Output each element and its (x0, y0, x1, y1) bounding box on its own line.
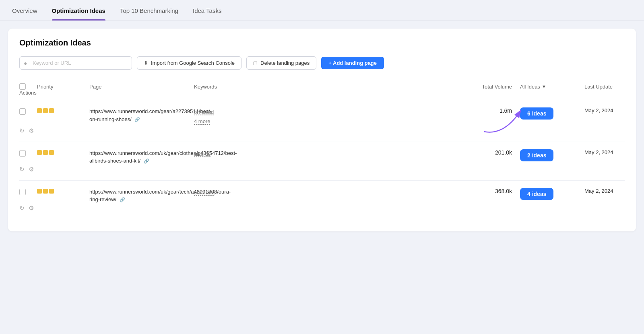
row3-priority (37, 189, 54, 194)
keyword-link[interactable]: allbirds (194, 151, 211, 157)
row1-keywords: on cloud 4 more (194, 107, 456, 126)
priority-bar (49, 189, 54, 194)
tab-idea-tasks[interactable]: Idea Tasks (193, 0, 221, 20)
row3-actions: ↻ ⚙ (19, 204, 37, 212)
table-row: https://www.runnersworld.com/gear/a22739… (19, 100, 625, 142)
row2-volume: 201.0k (456, 149, 520, 156)
row2-priority (37, 150, 54, 155)
row3-ideas-badge[interactable]: 4 ideas (520, 188, 553, 200)
toolbar: ●︎ ⇓ Import from Google Search Console ◻… (19, 56, 625, 70)
row2-keywords: allbirds (194, 149, 456, 159)
main-card: Optimization Ideas ●︎ ⇓ Import from Goog… (8, 29, 636, 231)
search-wrap: ●︎ (19, 56, 132, 70)
delete-button[interactable]: ◻ Delete landing pages (246, 56, 316, 70)
refresh-icon[interactable]: ↻ (19, 204, 25, 212)
external-link-icon[interactable]: 🔗 (134, 116, 140, 123)
select-all-checkbox[interactable] (19, 83, 26, 90)
row2-ideas-cell: 2 ideas (520, 149, 584, 161)
import-icon: ⇓ (144, 60, 148, 66)
import-button[interactable]: ⇓ Import from Google Search Console (137, 56, 242, 70)
row3-volume: 368.0k (456, 188, 520, 194)
row1-last-update: May 2, 2024 (584, 107, 625, 113)
refresh-icon[interactable]: ↻ (19, 127, 25, 134)
priority-bar (37, 150, 42, 155)
external-link-icon[interactable]: 🔗 (144, 158, 149, 165)
priority-bar (49, 108, 54, 113)
priority-bar (37, 189, 42, 194)
add-landing-page-button[interactable]: + Add landing page (321, 57, 384, 69)
settings-icon[interactable]: ⚙ (29, 204, 34, 212)
delete-label: Delete landing pages (260, 60, 310, 66)
row1-checkbox[interactable] (19, 108, 26, 115)
row1-ideas-badge[interactable]: 6 ideas (520, 107, 553, 120)
search-icon: ●︎ (24, 60, 27, 66)
row2-page: https://www.runnersworld.com/uk/gear/clo… (89, 149, 194, 165)
priority-bar (43, 150, 48, 155)
row1-actions: ↻ ⚙ (19, 126, 37, 134)
header-page: Page (89, 84, 194, 90)
external-link-icon[interactable]: 🔗 (120, 196, 125, 203)
row2-ideas-badge[interactable]: 2 ideas (520, 149, 553, 161)
top-navigation: Overview Optimization Ideas Top 10 Bench… (0, 0, 644, 21)
header-total-volume: Total Volume (456, 84, 520, 90)
header-keywords: Keywords (194, 84, 456, 90)
row3-ideas-cell: 4 ideas (520, 188, 584, 200)
row1-page: https://www.runnersworld.com/gear/a22739… (89, 107, 194, 123)
row3-page: https://www.runnersworld.com/uk/gear/tec… (89, 188, 194, 204)
tab-overview[interactable]: Overview (12, 0, 37, 20)
settings-icon[interactable]: ⚙ (29, 127, 34, 134)
delete-icon: ◻ (253, 60, 258, 66)
tab-optimization-ideas[interactable]: Optimization Ideas (52, 0, 105, 20)
header-all-ideas[interactable]: All Ideas ▼ (520, 84, 584, 90)
row3-keywords: oura ring (194, 188, 456, 197)
refresh-icon[interactable]: ↻ (19, 166, 25, 173)
import-label: Import from Google Search Console (151, 60, 235, 66)
row3-last-update: May 2, 2024 (584, 188, 625, 194)
row1-ideas-cell: 6 ideas (520, 107, 584, 120)
row2-last-update: May 2, 2024 (584, 149, 625, 155)
search-input[interactable] (19, 56, 132, 70)
row3-checkbox[interactable] (19, 189, 26, 195)
table-header: Priority Page Keywords Total Volume All … (19, 80, 625, 100)
page-title: Optimization Ideas (19, 38, 625, 47)
table-row: https://www.runnersworld.com/uk/gear/clo… (19, 142, 625, 181)
priority-bar (43, 189, 48, 194)
priority-bar (37, 108, 42, 113)
table: Priority Page Keywords Total Volume All … (19, 80, 625, 219)
priority-bar (49, 150, 54, 155)
table-row: https://www.runnersworld.com/uk/gear/tec… (19, 181, 625, 219)
priority-bar (43, 108, 48, 113)
keyword-link[interactable]: 4 more (194, 118, 210, 124)
settings-icon[interactable]: ⚙ (29, 166, 34, 173)
keyword-link[interactable]: oura ring (194, 190, 215, 196)
add-label: + Add landing page (328, 60, 377, 66)
chevron-down-icon: ▼ (542, 84, 546, 89)
header-actions: Actions (19, 90, 37, 96)
row1-volume: 1.6m (456, 107, 520, 114)
row2-checkbox[interactable] (19, 150, 26, 157)
header-last-update: Last Update (584, 84, 625, 90)
keyword-link[interactable]: on cloud (194, 109, 214, 115)
row1-priority (37, 108, 54, 113)
tab-top10-benchmarking[interactable]: Top 10 Benchmarking (120, 0, 178, 20)
row2-actions: ↻ ⚙ (19, 165, 37, 173)
header-priority: Priority (37, 84, 89, 90)
